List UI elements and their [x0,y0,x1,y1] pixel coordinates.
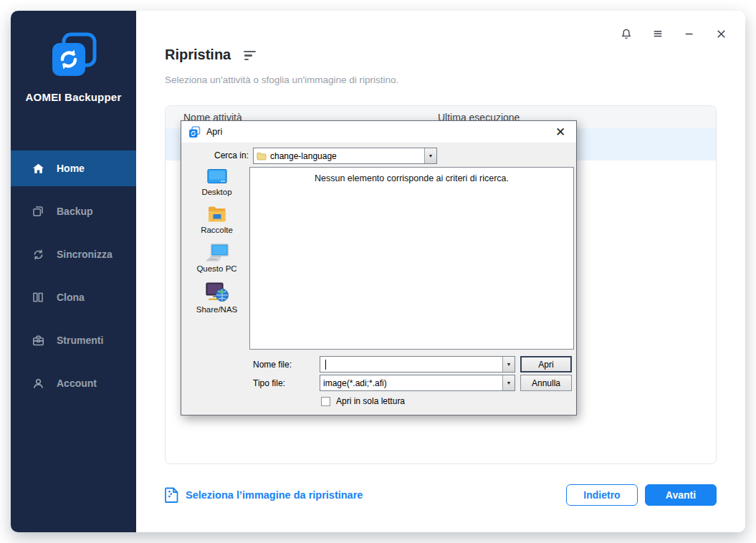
aomei-logo-icon [50,32,97,78]
place-label: Questo PC [196,264,236,273]
brand: AOMEI Backupper [11,11,136,103]
sidebar-item-home[interactable]: Home [11,150,136,186]
readonly-row: Apri in sola lettura [321,396,405,406]
sync-icon [31,247,45,261]
place-label: Raccolte [201,226,233,234]
sidebar-item-label: Backup [57,206,93,217]
file-name-combobox[interactable]: ▼ [320,356,515,373]
sidebar-nav: Home Backup Sincronizza [11,150,136,408]
page-head: Ripristina Seleziona un'attività o sfogl… [165,47,398,85]
look-in-combobox[interactable]: change-language ▼ [253,148,437,164]
file-name-dropdown-arrow-icon[interactable]: ▼ [502,357,515,372]
close-icon[interactable] [714,27,728,41]
select-image-link[interactable]: Seleziona l’immagine da ripristinare [165,487,363,503]
screen: AOMEI Backupper Home Backup [0,0,756,543]
dialog-titlebar[interactable]: Apri ✕ [181,121,576,143]
empty-list-message: Nessun elemento corrisponde ai criteri d… [250,168,573,183]
readonly-checkbox[interactable] [321,397,330,406]
desktop-icon [206,168,229,186]
sidebar-item-account[interactable]: Account [11,365,136,401]
dialog-cancel-button[interactable]: Annulla [520,375,572,391]
notification-bell-icon[interactable] [619,27,633,41]
sidebar-item-backup[interactable]: Backup [11,193,136,229]
file-type-value: image(*.adi;*.afi) [320,378,502,388]
backup-icon [31,204,45,218]
place-share-nas[interactable]: Share/NAS [196,282,238,314]
sidebar-item-label: Home [57,163,85,174]
back-button[interactable]: Indietro [566,484,638,506]
place-label: Share/NAS [196,305,238,314]
toolbox-icon [31,333,45,347]
file-name-label: Nome file: [253,360,317,370]
places-bar: Desktop Raccolte Questo PC [184,168,249,322]
place-desktop[interactable]: Desktop [201,168,231,196]
sidebar-item-label: Strumenti [57,335,103,346]
menu-icon[interactable] [651,27,665,41]
dialog-close-icon[interactable]: ✕ [552,125,569,140]
sidebar-item-label: Account [57,378,97,389]
folder-icon [257,152,267,160]
file-type-combobox[interactable]: image(*.adi;*.afi) ▼ [320,375,515,391]
dialog-title: Apri [206,127,222,137]
sidebar: AOMEI Backupper Home Backup [11,11,136,532]
open-file-dialog: Apri ✕ Cerca in: change-language ▼ [181,120,577,415]
text-cursor [325,360,326,370]
look-in-value: change-language [270,151,337,161]
sidebar-item-label: Sincronizza [57,249,113,260]
dialog-open-button[interactable]: Apri [520,356,572,373]
look-in-row: Cerca in: change-language ▼ [181,148,576,164]
place-questo-pc[interactable]: Questo PC [196,243,236,273]
sidebar-item-clona[interactable]: Clona [11,279,136,315]
minimize-icon[interactable] [682,27,697,41]
filter-icon[interactable] [244,49,256,61]
readonly-label: Apri in sola lettura [336,396,405,406]
place-label: Desktop [201,188,231,196]
look-in-label: Cerca in: [207,150,249,160]
file-type-dropdown-arrow-icon[interactable]: ▼ [502,375,515,390]
account-icon [31,376,45,390]
sidebar-item-sincronizza[interactable]: Sincronizza [11,236,136,272]
clone-icon [31,290,45,304]
network-share-icon [205,282,229,303]
page-title: Ripristina [165,47,231,63]
sidebar-item-label: Clona [57,292,85,303]
dialog-app-icon [188,126,201,138]
image-file-icon [165,487,178,503]
window-controls [619,27,728,41]
sidebar-item-strumenti[interactable]: Strumenti [11,322,136,358]
file-type-label: Tipo file: [253,378,317,388]
next-button[interactable]: Avanti [645,484,717,506]
libraries-folder-icon [206,205,229,224]
place-raccolte[interactable]: Raccolte [201,205,233,234]
look-in-dropdown-arrow-icon[interactable]: ▼ [424,148,436,163]
home-icon [31,161,45,176]
file-list[interactable]: Nessun elemento corrisponde ai criteri d… [249,167,574,350]
brand-name: AOMEI Backupper [11,91,136,103]
this-pc-icon [205,243,229,262]
select-image-link-label: Seleziona l’immagine da ripristinare [186,489,363,501]
wizard-buttons: Indietro Avanti [566,484,717,506]
page-subtitle: Seleziona un'attività o sfoglia un'immag… [165,75,398,85]
